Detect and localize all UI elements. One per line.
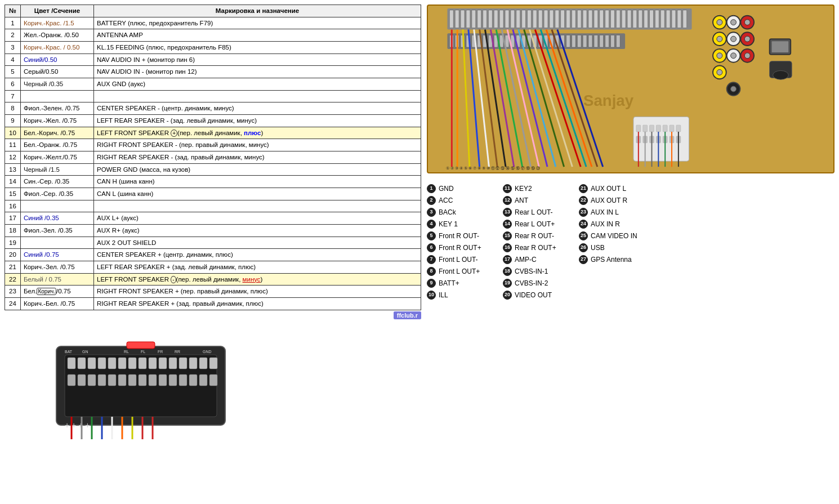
svg-rect-150 bbox=[78, 358, 86, 369]
diagram-circle-num: 6 bbox=[427, 243, 436, 252]
table-row-desc: RIGHT FRONT SPEAKER - (пер. правый динам… bbox=[94, 139, 421, 151]
svg-rect-68 bbox=[572, 35, 575, 47]
svg-rect-167 bbox=[98, 374, 106, 386]
table-row-color: Черный /1.5 bbox=[21, 163, 94, 176]
svg-rect-158 bbox=[159, 358, 167, 369]
diagram-circle-num: 24 bbox=[579, 220, 588, 229]
svg-rect-33 bbox=[622, 10, 626, 28]
diagram-item-label: GND bbox=[439, 184, 454, 194]
table-row-num: 21 bbox=[5, 261, 21, 274]
diagram-item: 11KEY2 bbox=[503, 184, 570, 194]
svg-rect-19 bbox=[544, 10, 548, 28]
svg-rect-172 bbox=[149, 374, 157, 386]
table-row-color: Корич.-Бел. /0.75 bbox=[21, 298, 94, 310]
table-row-desc: AUX L+ (аукс) bbox=[94, 212, 421, 225]
svg-rect-14 bbox=[516, 10, 520, 28]
svg-rect-174 bbox=[169, 374, 177, 386]
table-row-color: Бел.-Оранж. /0.75 bbox=[21, 139, 94, 151]
table-row-color: Корич.-Зел. /0.75 bbox=[21, 261, 94, 274]
table-row-desc: LEFT REAR SPEAKER + (зад. левый динамик,… bbox=[94, 261, 421, 274]
svg-rect-127 bbox=[643, 125, 648, 132]
svg-rect-20 bbox=[550, 10, 554, 28]
diagram-circle-num: 12 bbox=[503, 196, 512, 205]
diagram-item-label: VIDEO OUT bbox=[515, 290, 552, 300]
table-row-color: Черный /0.35 bbox=[21, 78, 94, 91]
svg-rect-35 bbox=[633, 10, 637, 28]
diagram-circle-num: 3 bbox=[427, 208, 436, 217]
svg-rect-26 bbox=[583, 10, 587, 28]
table-row-desc: LEFT FRONT SPEAKER -(пер. левый динамик,… bbox=[94, 273, 421, 286]
table-row-num: 2 bbox=[5, 29, 21, 42]
diagram-circle-num: 22 bbox=[579, 196, 588, 205]
table-row-color: Серый/0.50 bbox=[21, 66, 94, 78]
table-row-num: 11 bbox=[5, 139, 21, 151]
col-header-num: № bbox=[5, 5, 21, 17]
table-row-desc: CENTER SPEAKER - (центр. динамик, минус) bbox=[94, 102, 421, 115]
diagram-item: 5Front R OUT- bbox=[427, 231, 494, 241]
main-container: № Цвет /Сечение Маркировка и назначение … bbox=[0, 0, 839, 324]
diagram-item-label: AMP-C bbox=[515, 255, 537, 265]
svg-rect-69 bbox=[577, 35, 581, 47]
left-section: № Цвет /Сечение Маркировка и назначение … bbox=[5, 5, 421, 319]
diagram-item-label: Front L OUT- bbox=[439, 255, 478, 265]
svg-rect-128 bbox=[650, 125, 654, 132]
diagram-item-label: BATT+ bbox=[439, 278, 459, 288]
svg-rect-168 bbox=[108, 374, 116, 386]
table-row-num: 6 bbox=[5, 78, 21, 91]
wiring-table: № Цвет /Сечение Маркировка и назначение … bbox=[5, 5, 421, 310]
table-row-num: 19 bbox=[5, 237, 21, 249]
svg-rect-21 bbox=[555, 10, 559, 28]
diagram-col1: 1GND2ACC3BACk4KEY 15Front R OUT-6Front R… bbox=[427, 184, 494, 300]
svg-rect-166 bbox=[88, 374, 96, 386]
diagram-item: 27GPS Antenna bbox=[579, 255, 646, 265]
table-row-num: 12 bbox=[5, 151, 21, 164]
diagram-circle-num: 1 bbox=[427, 184, 436, 193]
diagram-item-label: Rear L OUT- bbox=[515, 207, 553, 217]
svg-rect-179 bbox=[127, 342, 155, 349]
svg-rect-67 bbox=[566, 35, 570, 47]
diagram-item: 2ACC bbox=[427, 195, 494, 206]
table-row-num: 16 bbox=[5, 200, 21, 212]
svg-rect-176 bbox=[189, 374, 197, 386]
svg-rect-39 bbox=[655, 10, 659, 28]
diagram-item: 14Rear L OUT+ bbox=[503, 219, 570, 229]
table-row-num: 22 bbox=[5, 273, 21, 286]
diagram-item-label: Rear R OUT+ bbox=[515, 243, 556, 253]
svg-rect-10 bbox=[494, 10, 498, 28]
diagram-item: 3BACk bbox=[427, 207, 494, 217]
table-row-desc: NAV AUDIO IN + (монитор пин 6) bbox=[94, 53, 421, 66]
diagram-item-label: Rear R OUT- bbox=[515, 231, 554, 241]
table-row-num: 13 bbox=[5, 163, 21, 176]
diagram-item: 23AUX IN L bbox=[579, 207, 646, 217]
svg-rect-41 bbox=[666, 10, 670, 28]
svg-text:GND: GND bbox=[203, 350, 212, 354]
svg-point-100 bbox=[731, 20, 737, 25]
diagram-circle-num: 16 bbox=[503, 243, 512, 252]
table-row-color: Корич.-Желт./0.75 bbox=[21, 151, 94, 164]
svg-rect-160 bbox=[179, 358, 187, 369]
table-row-desc: LEFT FRONT SPEAKER +(пер. левый динамик,… bbox=[94, 127, 421, 139]
svg-rect-25 bbox=[577, 10, 581, 28]
svg-rect-9 bbox=[488, 10, 492, 28]
diagram-item-label: CVBS-IN-1 bbox=[515, 266, 548, 276]
diagram-item: 22AUX OUT R bbox=[579, 195, 646, 206]
diagram-circle-num: 19 bbox=[503, 279, 512, 288]
diagram-item-label: AUX OUT L bbox=[591, 184, 626, 194]
svg-point-118 bbox=[731, 86, 737, 92]
svg-rect-13 bbox=[511, 10, 515, 28]
diagram-circle-num: 14 bbox=[503, 220, 512, 229]
diagram-circle-num: 7 bbox=[427, 255, 436, 264]
diagram-circle-num: 27 bbox=[579, 255, 588, 264]
table-row-color bbox=[21, 237, 94, 249]
diagram-item: 8Front L OUT+ bbox=[427, 266, 494, 276]
svg-rect-17 bbox=[533, 10, 537, 28]
table-row-color: Корич.-Жел. /0.75 bbox=[21, 115, 94, 127]
diagram-circle-num: 15 bbox=[503, 231, 512, 240]
diagram-item-label: ACC bbox=[439, 195, 453, 206]
table-row-desc: CAN L (шина канн) bbox=[94, 188, 421, 200]
diagram-item-label: AUX OUT R bbox=[591, 195, 627, 206]
table-row-desc: RIGHT FRONT SPEAKER + (пер. правый динам… bbox=[94, 286, 421, 298]
svg-rect-18 bbox=[538, 10, 542, 28]
svg-rect-71 bbox=[588, 35, 592, 47]
svg-rect-129 bbox=[656, 125, 661, 132]
